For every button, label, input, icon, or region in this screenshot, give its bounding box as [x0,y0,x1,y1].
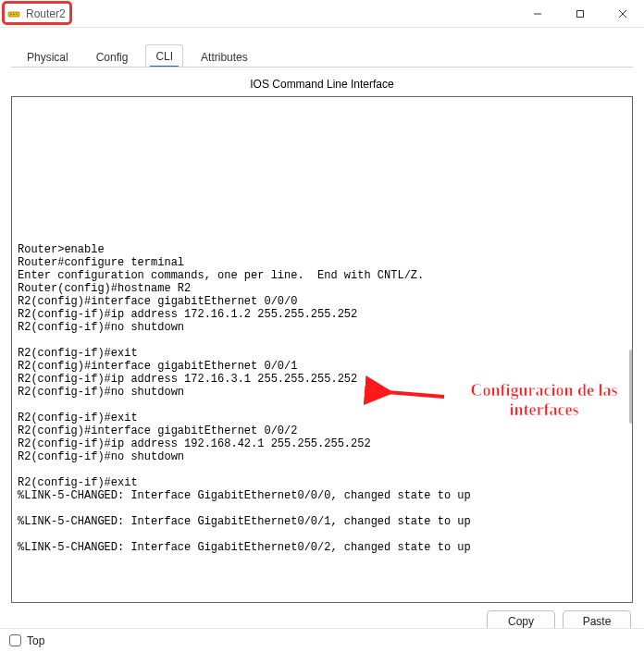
top-checkbox[interactable] [9,634,21,646]
svg-point-1 [10,13,12,15]
terminal-output: Router>enable Router#configure terminal … [18,101,626,554]
cli-terminal[interactable]: Router>enable Router#configure terminal … [11,96,633,603]
tab-physical[interactable]: Physical [17,45,79,68]
svg-point-2 [13,13,15,15]
cli-panel: IOS Command Line Interface Router>enable… [0,68,644,633]
tab-cli[interactable]: CLI [145,44,183,68]
svg-point-3 [16,13,18,15]
bottom-bar: Top [0,628,644,652]
window-controls [516,0,644,27]
terminal-container: Router>enable Router#configure terminal … [11,96,633,603]
scrollbar-thumb[interactable] [629,350,633,424]
close-button[interactable] [601,0,644,27]
tab-bar: Physical Config CLI Attributes [0,28,644,68]
titlebar: Router2 [0,0,644,28]
router-icon [7,7,20,20]
top-checkbox-label: Top [27,634,44,647]
minimize-button[interactable] [516,0,559,27]
maximize-button[interactable] [559,0,601,27]
window-title: Router2 [26,7,66,20]
panel-heading: IOS Command Line Interface [11,74,633,96]
tab-attributes[interactable]: Attributes [191,45,258,68]
svg-rect-5 [577,10,584,17]
tab-divider [11,67,633,68]
tab-config[interactable]: Config [86,45,139,68]
